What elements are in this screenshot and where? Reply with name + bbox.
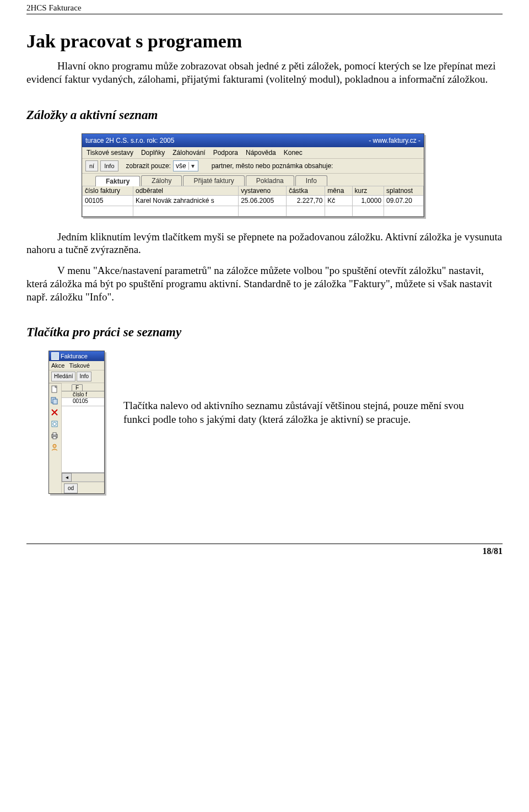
cell-small[interactable]: 00105 (62, 398, 104, 406)
svg-rect-8 (53, 433, 56, 435)
intro-paragraph: Hlavní okno programu může zobrazovat obs… (26, 60, 503, 86)
tab-f[interactable]: F (72, 384, 83, 391)
delete-icon[interactable] (51, 408, 58, 416)
titlebar-right: - www.faktury.cz - (369, 135, 420, 146)
col-splatnost[interactable]: splatnost (384, 186, 424, 195)
filter-combo-value: vše (176, 162, 186, 170)
table-row-empty (83, 206, 424, 216)
print-icon[interactable] (51, 432, 58, 439)
label-zobrazit: zobrazit pouze: (126, 162, 171, 170)
cell-splatnost: 09.07.20 (384, 195, 424, 206)
col-odberatel[interactable]: odběratel (133, 186, 239, 195)
header-rule (26, 14, 503, 14)
page-title: Jak pracovat s programem (26, 31, 503, 52)
cell-vystaveno: 25.06.2005 (239, 195, 287, 206)
col-header-small[interactable]: číslo f (62, 391, 104, 398)
col-vystaveno[interactable]: vystaveno (239, 186, 287, 195)
para-buttons: Tlačítka nalevo od aktivního seznamu zůs… (123, 351, 476, 494)
app-window: turace 2H C.S. s.r.o. rok: 2005 - www.fa… (82, 133, 424, 217)
btn-od[interactable]: od (64, 483, 78, 493)
filter-combo[interactable]: vše ▾ (173, 160, 198, 171)
cell-odberatel: Karel Novák zahradnické s (133, 195, 239, 206)
para-click: Jedním kliknutím levým tlačítkem myši se… (26, 230, 503, 257)
cell-cislo: 00105 (83, 195, 133, 206)
menubar-small: Akce Tiskové (49, 361, 104, 370)
btn-hledani[interactable]: Hledání (51, 372, 75, 381)
svg-point-10 (53, 444, 56, 448)
col-kurz[interactable]: kurz (352, 186, 384, 195)
tab-zalohy[interactable]: Zálohy (141, 175, 182, 186)
tab-info[interactable]: Info (295, 175, 327, 186)
tabstrip: Faktury Zálohy Přijaté faktury Pokladna … (82, 174, 424, 186)
menu-podpora[interactable]: Podpora (213, 149, 238, 157)
cell-castka: 2.227,70 (287, 195, 325, 206)
label-partner-filter: partner, město nebo poznámka obsahuje: (212, 162, 333, 170)
screenshot-toolbar: Fakturace Akce Tiskové Hledání Info (48, 351, 105, 494)
page-number: 18/81 (26, 544, 503, 562)
toolbar-small: Hledání Info (49, 370, 104, 383)
titlebar-small: Fakturace (49, 351, 104, 361)
scroll-left-icon[interactable]: ◂ (62, 473, 72, 482)
menu-zalohovani[interactable]: Zálohování (172, 149, 205, 157)
copy-icon[interactable] (51, 397, 58, 405)
col-cislo[interactable]: číslo faktury (83, 186, 133, 195)
table-row[interactable]: 00105 Karel Novák zahradnické s 25.06.20… (83, 195, 424, 206)
screenshot-tabs: turace 2H C.S. s.r.o. rok: 2005 - www.fa… (82, 133, 503, 217)
section-buttons-heading: Tlačítka pro práci se seznamy (26, 325, 503, 340)
titlebar: turace 2H C.S. s.r.o. rok: 2005 - www.fa… (82, 134, 424, 147)
svg-rect-9 (53, 437, 56, 439)
tab-prijate[interactable]: Přijaté faktury (183, 175, 244, 186)
section-tabs-heading: Záložky a aktivní seznam (26, 108, 503, 122)
partner-icon[interactable] (51, 443, 58, 451)
para-settings: V menu "Akce/nastavení parametrů" na zál… (26, 264, 503, 303)
new-icon[interactable] (51, 385, 58, 393)
chevron-down-icon: ▾ (188, 162, 197, 170)
app-icon (51, 352, 59, 360)
col-mena[interactable]: měna (325, 186, 352, 195)
titlebar-left: turace 2H C.S. s.r.o. rok: 2005 (85, 135, 174, 146)
titlebar-small-text: Fakturace (61, 351, 88, 361)
scrollbar[interactable]: ◂ (62, 472, 104, 482)
menubar: Tiskové sestavy Doplňky Zálohování Podpo… (82, 147, 424, 159)
menu-tiskove[interactable]: Tiskové sestavy (87, 149, 133, 157)
menu-akce[interactable]: Akce (51, 362, 64, 369)
menu-napoveda[interactable]: Nápověda (246, 149, 276, 157)
cell-mena: Kč (325, 195, 352, 206)
cell-kurz: 1,0000 (352, 195, 384, 206)
btn-info[interactable]: Info (77, 372, 91, 381)
preview-icon[interactable] (51, 420, 58, 428)
toolbar-btn-info[interactable]: Info (100, 160, 118, 171)
toolbar: ní Info zobrazit pouze: vše ▾ partner, m… (82, 159, 424, 174)
col-castka[interactable]: částka (287, 186, 325, 195)
toolbar-btn-ni[interactable]: ní (85, 160, 98, 171)
tab-pokladna[interactable]: Pokladna (246, 175, 294, 186)
svg-rect-2 (53, 399, 57, 404)
menu-doplnky[interactable]: Doplňky (141, 149, 165, 157)
menu-tiskove-2[interactable]: Tiskové (69, 362, 90, 369)
data-grid: číslo faktury odběratel vystaveno částka… (82, 186, 424, 217)
tab-faktury[interactable]: Faktury (95, 176, 140, 186)
menu-konec[interactable]: Konec (284, 149, 303, 157)
icon-column (49, 383, 62, 493)
doc-header: 2HCS Fakturace (26, 0, 503, 14)
